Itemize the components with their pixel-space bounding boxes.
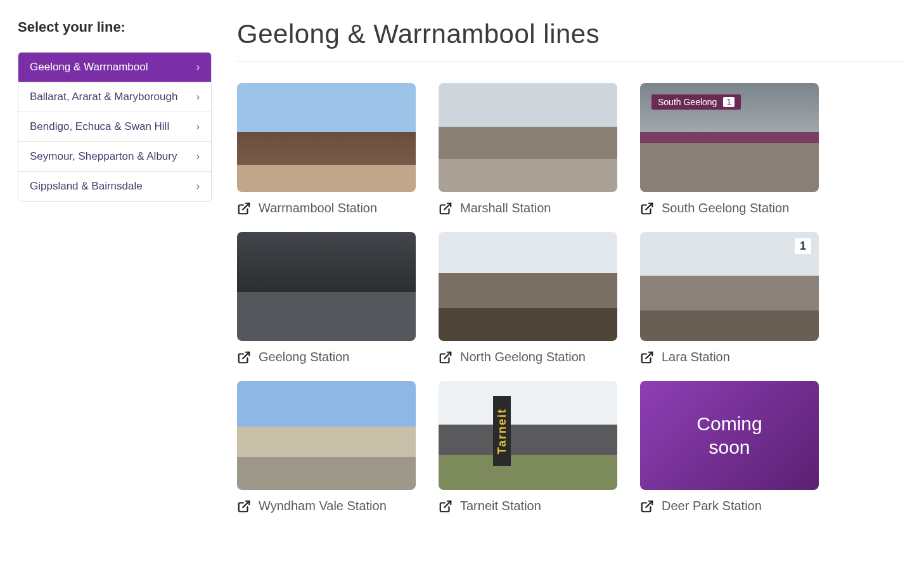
svg-line-1 [444, 203, 451, 209]
external-link-icon [640, 499, 654, 513]
sidebar: Select your line: Geelong & Warrnambool … [18, 19, 212, 202]
station-name: Lara Station [662, 350, 730, 364]
station-link-marshall[interactable]: Marshall Station [439, 201, 617, 215]
station-card: Geelong Station [237, 232, 416, 364]
svg-line-0 [243, 203, 249, 209]
station-name: Tarneit Station [460, 499, 541, 513]
line-item-ballarat-ararat-maryborough[interactable]: Ballarat, Ararat & Maryborough › [18, 82, 211, 112]
station-name: Wyndham Vale Station [259, 499, 387, 513]
station-thumbnail[interactable] [237, 381, 416, 490]
page-title: Geelong & Warrnambool lines [237, 19, 906, 61]
station-card: Wyndham Vale Station [237, 381, 416, 513]
station-name: Geelong Station [259, 350, 349, 364]
station-thumbnail-coming-soon[interactable]: Comingsoon [640, 381, 819, 490]
station-thumbnail[interactable]: 1 [640, 232, 819, 341]
station-card: Tarneit Tarneit Station [439, 381, 617, 513]
tarneit-pylon-sign: Tarneit [493, 396, 511, 466]
line-item-bendigo-echuca-swan-hill[interactable]: Bendigo, Echuca & Swan Hill › [18, 112, 211, 142]
chevron-right-icon: › [196, 91, 200, 103]
external-link-icon [439, 202, 452, 215]
external-link-icon [237, 499, 251, 513]
svg-line-4 [444, 352, 451, 358]
line-item-label: Bendigo, Echuca & Swan Hill [30, 120, 169, 133]
chevron-right-icon: › [196, 61, 200, 73]
line-item-label: Geelong & Warrnambool [30, 61, 148, 74]
line-item-label: Gippsland & Bairnsdale [30, 180, 143, 193]
svg-line-3 [243, 352, 249, 358]
chevron-right-icon: › [196, 121, 200, 132]
station-link-warrnambool[interactable]: Warrnambool Station [237, 201, 416, 215]
sidebar-title: Select your line: [18, 19, 212, 35]
external-link-icon [640, 202, 654, 215]
station-thumbnail[interactable] [439, 83, 617, 192]
station-thumbnail[interactable] [237, 83, 416, 192]
page-layout: Select your line: Geelong & Warrnambool … [18, 19, 906, 513]
station-card: Marshall Station [439, 83, 617, 215]
station-sign: South Geelong 1 [651, 94, 741, 110]
station-card: 1 Lara Station [640, 232, 819, 364]
station-name: Warrnambool Station [259, 201, 377, 215]
svg-line-2 [646, 203, 652, 209]
svg-line-7 [444, 501, 451, 507]
external-link-icon [439, 350, 452, 364]
station-link-wyndham-vale[interactable]: Wyndham Vale Station [237, 499, 416, 513]
station-name: Marshall Station [460, 201, 551, 215]
station-sign-platform: 1 [723, 97, 735, 107]
station-link-lara[interactable]: Lara Station [640, 350, 819, 364]
station-thumbnail[interactable] [237, 232, 416, 341]
external-link-icon [640, 350, 654, 364]
station-name: North Geelong Station [460, 350, 586, 364]
station-card: North Geelong Station [439, 232, 617, 364]
station-thumbnail[interactable] [439, 232, 617, 341]
main-content: Geelong & Warrnambool lines Warrnambool … [237, 19, 906, 513]
station-link-north-geelong[interactable]: North Geelong Station [439, 350, 617, 364]
station-thumbnail[interactable]: South Geelong 1 [640, 83, 819, 192]
station-link-tarneit[interactable]: Tarneit Station [439, 499, 617, 513]
external-link-icon [439, 499, 452, 513]
station-card: Warrnambool Station [237, 83, 416, 215]
line-item-label: Seymour, Shepparton & Albury [30, 150, 177, 163]
station-link-south-geelong[interactable]: South Geelong Station [640, 201, 819, 215]
platform-badge: 1 [795, 238, 811, 254]
line-item-gippsland-bairnsdale[interactable]: Gippsland & Bairnsdale › [18, 172, 211, 201]
line-item-seymour-shepparton-albury[interactable]: Seymour, Shepparton & Albury › [18, 142, 211, 172]
station-link-deer-park[interactable]: Deer Park Station [640, 499, 819, 513]
svg-line-8 [646, 501, 652, 507]
tarneit-sign-text: Tarneit [496, 408, 509, 454]
line-list: Geelong & Warrnambool › Ballarat, Ararat… [18, 52, 212, 202]
station-thumbnail[interactable]: Tarneit [439, 381, 617, 490]
station-name: South Geelong Station [662, 201, 789, 215]
station-card: South Geelong 1 South Geelong Station [640, 83, 819, 215]
line-item-geelong-warrnambool[interactable]: Geelong & Warrnambool › [18, 53, 211, 82]
external-link-icon [237, 202, 251, 215]
svg-line-5 [646, 352, 652, 358]
chevron-right-icon: › [196, 181, 200, 192]
coming-soon-overlay: Comingsoon [696, 412, 762, 459]
station-sign-text: South Geelong [658, 97, 717, 107]
line-item-label: Ballarat, Ararat & Maryborough [30, 91, 177, 103]
svg-line-6 [243, 501, 249, 507]
station-link-geelong[interactable]: Geelong Station [237, 350, 416, 364]
station-card: Comingsoon Deer Park Station [640, 381, 819, 513]
station-grid: Warrnambool Station Marshall Station Sou… [237, 83, 906, 513]
chevron-right-icon: › [196, 151, 200, 162]
external-link-icon [237, 350, 251, 364]
station-name: Deer Park Station [662, 499, 762, 513]
